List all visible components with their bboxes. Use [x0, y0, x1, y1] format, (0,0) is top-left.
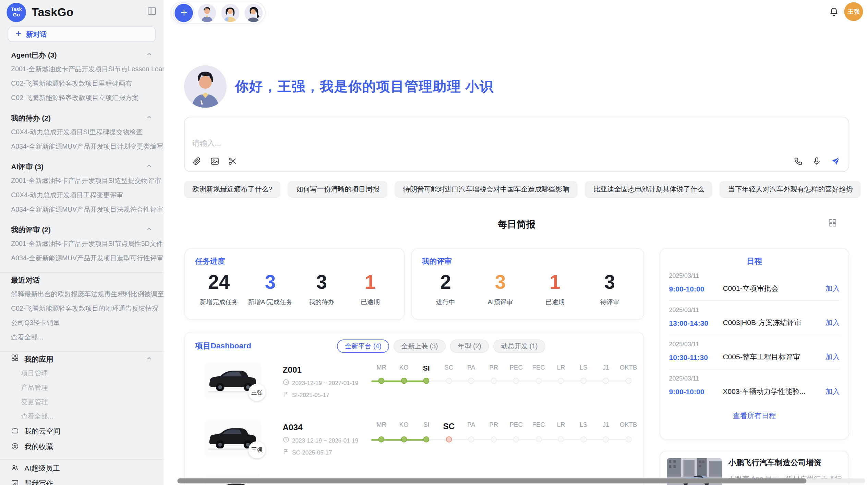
tab-new-body[interactable]: 全新上装 (3) — [394, 339, 446, 353]
suggestion-chip[interactable]: 比亚迪全固态电池计划具体说了什么 — [585, 181, 713, 198]
chevron-up-icon[interactable] — [146, 353, 152, 366]
milestone-dot-done — [423, 378, 429, 384]
scissors-icon[interactable] — [228, 157, 237, 166]
milestone-label: J1 — [595, 364, 617, 372]
project-row[interactable]: 王强 Z001 2023-12-19 ~ 2027-01-19 SI-2025-… — [195, 359, 634, 410]
chevron-up-icon[interactable] — [146, 112, 152, 125]
join-link[interactable]: 加入 — [825, 284, 840, 294]
recent-chat-item[interactable]: C02-飞腾新能源轻客改款项目的闭环通告反馈情况 — [0, 301, 164, 316]
stat-label: 已逾期 — [535, 298, 574, 306]
stat-value: 3 — [590, 271, 629, 293]
horizontal-scrollbar-track[interactable] — [177, 478, 865, 484]
stat-label: AI预评审 — [481, 298, 520, 306]
daily-briefing-title: 每日简报 — [184, 218, 849, 231]
suggestion-chip[interactable]: 当下年轻人对汽车外观有怎样的喜好趋势 — [720, 181, 861, 198]
project-row[interactable]: 王强 A034 2023-12-19 ~ 2026-01-19 SC-2025-… — [195, 417, 634, 468]
list-item[interactable]: Z001-全新燃油皮卡产品开发项目SI节点Lesson Learn报告 — [0, 62, 164, 76]
suggestion-chip[interactable]: 特朗普可能对进口汽车增税会对中国车企造成哪些影响 — [395, 181, 578, 198]
greeting-block: 你好，王强，我是你的项目管理助理 小识 — [184, 65, 494, 108]
assistant-avatar — [184, 65, 227, 108]
recent-chat-item[interactable]: 解释最新出台的欧盟报废车法规再生塑料比例被调至15%... — [0, 287, 164, 301]
new-session-button[interactable] — [174, 3, 193, 22]
milestone-label: FEC — [527, 421, 550, 431]
list-item[interactable]: C02-飞腾新能源轻客改款项目立项汇报方案 — [0, 91, 164, 105]
voice-call-icon[interactable] — [794, 157, 803, 166]
join-link[interactable]: 加入 — [825, 387, 840, 397]
avatar[interactable] — [244, 3, 263, 22]
view-all-chats[interactable]: 查看全部... — [0, 330, 164, 345]
collapse-sidebar-icon[interactable] — [147, 6, 157, 18]
microphone-icon[interactable] — [812, 157, 821, 166]
stat-new-done: 24 新增完成任务 — [200, 271, 238, 306]
list-item[interactable]: C02-飞腾新能源轻客改款项目里程碑画布 — [0, 76, 164, 91]
list-item[interactable]: A034-全新新能源MUV产品开发项目造型可行性评审 — [0, 251, 164, 265]
sidebar-item-favorites[interactable]: 我的收藏 — [0, 439, 164, 455]
sidebar-item-ai-staff[interactable]: AI超级员工 — [0, 461, 164, 476]
milestone-dot — [468, 436, 474, 443]
tab-powertrain[interactable]: 动总开发 (1) — [493, 339, 545, 353]
section-recent-chats: 最近对话 — [11, 274, 152, 287]
join-link[interactable]: 加入 — [825, 352, 840, 362]
image-upload-icon[interactable] — [210, 157, 219, 166]
milestone-dot — [603, 436, 609, 443]
app-item-project-mgmt[interactable]: 项目管理 — [0, 366, 164, 381]
join-link[interactable]: 加入 — [825, 318, 840, 328]
clock-icon — [283, 379, 289, 387]
list-item[interactable]: A034-全新新能源MUV产品开发项目法规符合性评审 — [0, 202, 164, 217]
user-avatar[interactable]: 王强 — [844, 2, 863, 21]
divider — [0, 351, 164, 352]
sidebar-item-cloud-space[interactable]: 我的云空间 — [0, 424, 164, 439]
suggestion-chip[interactable]: 如何写一份清晰的项目周报 — [288, 181, 388, 198]
suggestion-chip[interactable]: 欧洲新规最近颁布了什么? — [184, 181, 281, 198]
stat-label: 新增完成任务 — [200, 298, 238, 306]
list-item[interactable]: A034-全新新能源MUV产品开发项目计划变更类编写 — [0, 139, 164, 154]
tab-year-model[interactable]: 年型 (2) — [450, 339, 489, 353]
section-ai-review[interactable]: AI评审 (3) — [11, 160, 152, 174]
view-all-apps[interactable]: 查看全部... — [0, 409, 164, 424]
section-my-apps[interactable]: 我的应用 — [11, 353, 152, 366]
avatar[interactable] — [221, 3, 239, 22]
list-item[interactable]: C0X4-动力总成开发项目SI里程碑提交物检查 — [0, 125, 164, 139]
layout-grid-icon[interactable] — [828, 219, 837, 229]
stat-label: 进行中 — [426, 298, 465, 306]
milestone-dot-done — [378, 378, 385, 384]
section-my-review[interactable]: 我的评审 (2) — [11, 223, 152, 237]
send-icon[interactable] — [830, 156, 841, 166]
cloud-space-icon — [11, 427, 19, 436]
section-agent-done[interactable]: Agent已办 (3) — [11, 49, 152, 62]
milestone-label-current: SC — [438, 421, 460, 431]
sidebar-item-help-write[interactable]: 帮我写作 — [0, 476, 164, 485]
list-item[interactable]: C0X4-动力总成开发项目工程变更评审 — [0, 188, 164, 202]
milestone-rest-line — [426, 439, 628, 440]
chevron-up-icon[interactable] — [146, 223, 152, 237]
app-root: Task Go TaskGo 新对话 Agent已办 (3) Z001-全新燃油… — [0, 0, 868, 485]
flag-icon — [283, 391, 289, 399]
attachment-icon[interactable] — [192, 157, 202, 166]
notification-bell-icon[interactable] — [829, 7, 839, 19]
milestone-dot-done — [401, 436, 407, 443]
stat-value: 3 — [481, 271, 520, 293]
milestone-label: PEC — [505, 421, 527, 431]
chat-input[interactable] — [184, 117, 848, 150]
list-item[interactable]: Z001-全新燃油轻卡产品开发项目SI造型提交物评审 — [0, 174, 164, 188]
milestone-dot — [491, 378, 497, 384]
chevron-up-icon[interactable] — [146, 49, 152, 62]
list-item[interactable]: Z001-全新燃油轻卡产品开发项目SI节点属性5D文件评审 — [0, 237, 164, 251]
app-item-change-mgmt[interactable]: 变更管理 — [0, 395, 164, 409]
new-chat-button[interactable]: 新对话 — [8, 27, 156, 42]
app-item-product-mgmt[interactable]: 产品管理 — [0, 381, 164, 395]
event-date: 2025/03/11 — [669, 375, 840, 382]
briefing-left-column: 任务进度 24 新增完成任务 3 新增AI完成任务 3 我的待办 — [184, 248, 644, 485]
chevron-up-icon[interactable] — [146, 160, 152, 174]
view-all-schedule-link[interactable]: 查看所有日程 — [669, 411, 840, 421]
section-my-todo[interactable]: 我的待办 (2) — [11, 112, 152, 125]
milestone-rail: MR KO SI SC PA PR PEC FEC LR LS J1 OKTB — [370, 364, 640, 385]
tab-new-platform[interactable]: 全新平台 (4) — [337, 339, 389, 353]
horizontal-scrollbar-thumb[interactable] — [177, 478, 806, 484]
recent-chat-item[interactable]: 公司Q3轻卡销量 — [0, 316, 164, 330]
stat-value: 1 — [351, 271, 389, 293]
milestone-dot — [580, 378, 587, 384]
chat-composer — [184, 117, 849, 172]
avatar[interactable] — [198, 3, 216, 22]
card-title: 我的评审 — [422, 257, 634, 266]
